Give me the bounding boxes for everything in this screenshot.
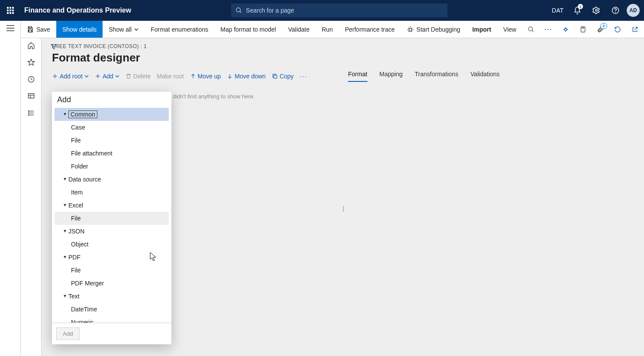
notifications-button[interactable]: 1 <box>568 0 587 21</box>
svg-point-9 <box>528 27 532 31</box>
rail-modules[interactable] <box>27 109 35 118</box>
page-options-button[interactable] <box>574 21 592 38</box>
splitter-handle[interactable] <box>343 206 344 212</box>
command-bar: Save Show details Show all Format enumer… <box>21 21 644 38</box>
tab-transformations[interactable]: Transformations <box>415 71 458 82</box>
breadcrumb: FREE TEXT INVOICE (CONTOSO) : 1 <box>52 43 644 49</box>
tree-group[interactable]: ▲JSON <box>55 225 169 238</box>
map-format-button[interactable]: Map format to model <box>214 21 282 38</box>
add-tree[interactable]: ▲CommonCaseFileFile attachmentFolder▲Dat… <box>52 106 171 323</box>
save-label: Save <box>36 26 50 33</box>
tree-item[interactable]: File <box>55 212 169 225</box>
show-details-label: Show details <box>62 26 97 33</box>
tree-item[interactable]: Case <box>55 121 169 134</box>
global-search[interactable]: Search for a page <box>231 3 448 17</box>
rail-favorites[interactable] <box>27 58 35 68</box>
delete-button[interactable]: Delete <box>126 73 151 80</box>
refresh-button[interactable] <box>609 21 626 38</box>
search-icon <box>235 7 242 14</box>
make-root-button[interactable]: Make root <box>157 73 184 80</box>
svg-point-0 <box>236 8 240 12</box>
tree-group[interactable]: ▲Text <box>55 290 169 303</box>
format-enumerations-button[interactable]: Format enumerations <box>145 21 214 38</box>
performance-trace-button[interactable]: Performance trace <box>339 21 401 38</box>
tree-group[interactable]: ▲Data source <box>55 173 169 186</box>
trash-icon <box>126 73 132 79</box>
diamond-icon <box>562 26 570 33</box>
rail-workspaces[interactable] <box>27 92 35 101</box>
star-icon <box>27 58 35 66</box>
validate-button[interactable]: Validate <box>282 21 316 38</box>
tree-item[interactable]: DateTime <box>55 303 169 316</box>
save-button[interactable]: Save <box>21 21 56 38</box>
show-all-button[interactable]: Show all <box>103 21 145 38</box>
copy-button[interactable]: Copy <box>272 73 294 80</box>
move-up-label: Move up <box>198 73 221 80</box>
tree-item-label: Numeric <box>71 319 93 323</box>
tree-item[interactable]: PDF Merger <box>55 277 169 290</box>
tree-group[interactable]: ▲Excel <box>55 199 169 212</box>
start-debug-label: Start Debugging <box>416 26 460 33</box>
move-down-button[interactable]: Move down <box>227 73 266 80</box>
run-button[interactable]: Run <box>316 21 339 38</box>
tree-item[interactable]: File attachment <box>55 147 169 160</box>
tree-item-label: Item <box>71 189 83 196</box>
empty-message: We didn't find anything to show here. <box>163 93 644 100</box>
tree-item-label: Object <box>71 241 88 248</box>
start-debugging-button[interactable]: Start Debugging <box>401 21 466 38</box>
tree-item-label: File <box>71 267 81 274</box>
make-root-label: Make root <box>157 73 184 80</box>
tree-group[interactable]: ▲Common <box>55 108 169 121</box>
tree-item[interactable]: File <box>55 264 169 277</box>
popout-button[interactable] <box>626 21 644 38</box>
tab-mapping[interactable]: Mapping <box>380 71 403 82</box>
popout-icon <box>631 26 638 33</box>
attachments-button[interactable]: 0 <box>592 21 609 38</box>
attachments-badge: 0 <box>600 23 607 29</box>
tab-format[interactable]: Format <box>348 71 367 82</box>
add-button[interactable]: Add <box>95 73 119 80</box>
overflow-button[interactable]: ··· <box>540 21 557 38</box>
svg-rect-33 <box>274 75 277 78</box>
tree-item[interactable]: Folder <box>55 160 169 173</box>
import-button[interactable]: Import <box>466 21 497 38</box>
connector-button[interactable] <box>557 21 574 38</box>
add-confirm-button[interactable]: Add <box>56 327 80 340</box>
svg-point-4 <box>615 12 616 12</box>
svg-rect-11 <box>581 27 585 32</box>
view-button[interactable]: View <box>497 21 522 38</box>
app-launcher[interactable] <box>0 7 21 14</box>
company-picker[interactable]: DAT <box>547 7 568 14</box>
settings-button[interactable] <box>587 0 606 21</box>
tab-validations[interactable]: Validations <box>470 71 499 82</box>
svg-point-23 <box>28 111 29 112</box>
tree-item[interactable]: Object <box>55 238 169 251</box>
move-up-button[interactable]: Move up <box>190 73 221 80</box>
add-label: Add <box>103 73 113 80</box>
tree-item[interactable]: Numeric <box>55 316 169 323</box>
add-root-button[interactable]: Add root <box>52 73 89 80</box>
tree-group-label: PDF <box>68 254 80 261</box>
nav-rail <box>21 38 42 356</box>
delete-label: Delete <box>133 73 151 80</box>
plus-icon <box>95 73 101 79</box>
rail-home[interactable] <box>27 42 35 51</box>
toolbar-overflow[interactable]: ··· <box>300 73 308 80</box>
help-button[interactable] <box>606 0 625 21</box>
tree-item[interactable]: Item <box>55 186 169 199</box>
tree-item-label: File <box>71 215 81 222</box>
rail-recent[interactable] <box>27 75 35 84</box>
avatar[interactable]: AD <box>627 4 640 17</box>
tree-group[interactable]: ▲PDF <box>55 251 169 264</box>
debug-icon <box>407 26 414 33</box>
show-details-button[interactable]: Show details <box>56 21 103 38</box>
tree-item-label: File attachment <box>71 150 113 157</box>
tree-item[interactable]: File <box>55 134 169 147</box>
svg-point-25 <box>28 115 29 116</box>
svg-point-2 <box>596 10 598 12</box>
quick-search-button[interactable] <box>522 21 540 38</box>
detail-tabs: Format Mapping Transformations Validatio… <box>348 71 499 82</box>
main-region: Save Show details Show all Format enumer… <box>21 21 644 356</box>
add-panel-footer: Add <box>52 323 171 344</box>
nav-toggle[interactable] <box>6 25 14 32</box>
